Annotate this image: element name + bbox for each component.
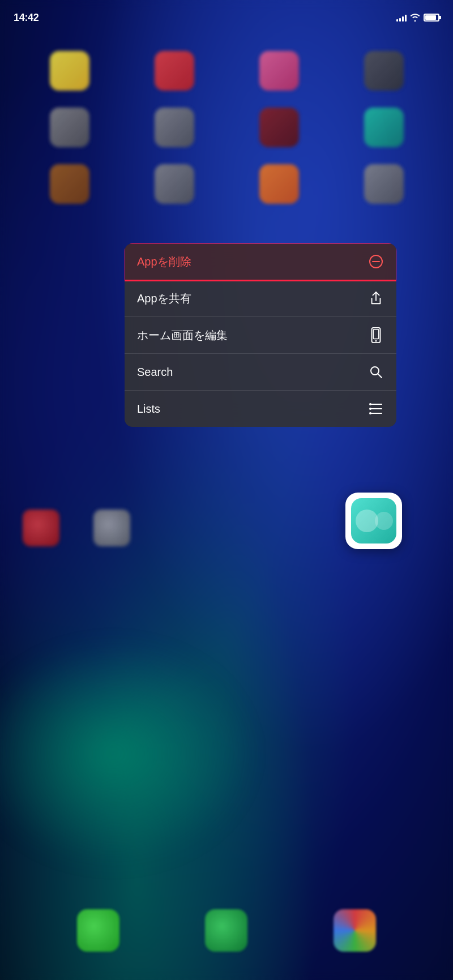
app-icon[interactable] (155, 164, 194, 204)
signal-icon (396, 14, 407, 22)
svg-point-4 (375, 340, 377, 342)
app-icon[interactable] (259, 51, 299, 91)
dock-app-icon[interactable] (334, 909, 376, 952)
app-icon[interactable] (364, 164, 404, 204)
dock-app-icon[interactable] (77, 909, 119, 952)
app-icon[interactable] (364, 108, 404, 147)
dock (0, 909, 453, 952)
mid-app-icon[interactable] (23, 510, 59, 546)
wifi-icon (410, 14, 420, 22)
list-icon (368, 401, 384, 417)
app-grid (0, 40, 453, 215)
svg-line-6 (378, 374, 382, 378)
phone-icon (368, 327, 384, 343)
menu-item-delete-label: Appを削除 (137, 254, 191, 269)
share-icon (368, 290, 384, 306)
status-icons (396, 14, 439, 22)
menu-item-share-app[interactable]: Appを共有 (125, 280, 396, 317)
app-icon[interactable] (155, 51, 194, 91)
minus-circle-icon (368, 254, 384, 269)
menu-item-lists-label: Lists (137, 403, 160, 416)
featured-app-inner (351, 498, 396, 544)
app-icon[interactable] (50, 164, 89, 204)
app-icon[interactable] (50, 51, 89, 91)
menu-item-edit-home[interactable]: ホーム画面を編集 (125, 317, 396, 354)
menu-item-share-label: Appを共有 (137, 291, 191, 306)
menu-item-search-label: Search (137, 366, 173, 379)
menu-item-search[interactable]: Search (125, 354, 396, 391)
dock-app-icon[interactable] (205, 909, 247, 952)
featured-app-icon[interactable] (345, 493, 402, 549)
app-icon[interactable] (364, 51, 404, 91)
app-icon[interactable] (155, 108, 194, 147)
battery-icon (424, 14, 439, 22)
svg-point-11 (369, 408, 371, 410)
mid-app-icon[interactable] (93, 510, 130, 546)
menu-item-edit-label: ホーム画面を編集 (137, 328, 228, 343)
search-icon (368, 364, 384, 380)
svg-point-12 (369, 412, 371, 414)
status-time: 14:42 (14, 12, 39, 24)
menu-item-lists[interactable]: Lists (125, 391, 396, 427)
svg-rect-3 (373, 329, 378, 339)
menu-item-delete-app[interactable]: Appを削除 (125, 243, 396, 280)
svg-point-10 (369, 403, 371, 405)
app-icon[interactable] (50, 108, 89, 147)
app-icon[interactable] (259, 108, 299, 147)
mid-app-row (23, 510, 130, 546)
status-bar: 14:42 (0, 0, 453, 28)
context-menu: Appを削除 Appを共有 ホーム画面を編集 (125, 243, 396, 427)
app-icon[interactable] (259, 164, 299, 204)
